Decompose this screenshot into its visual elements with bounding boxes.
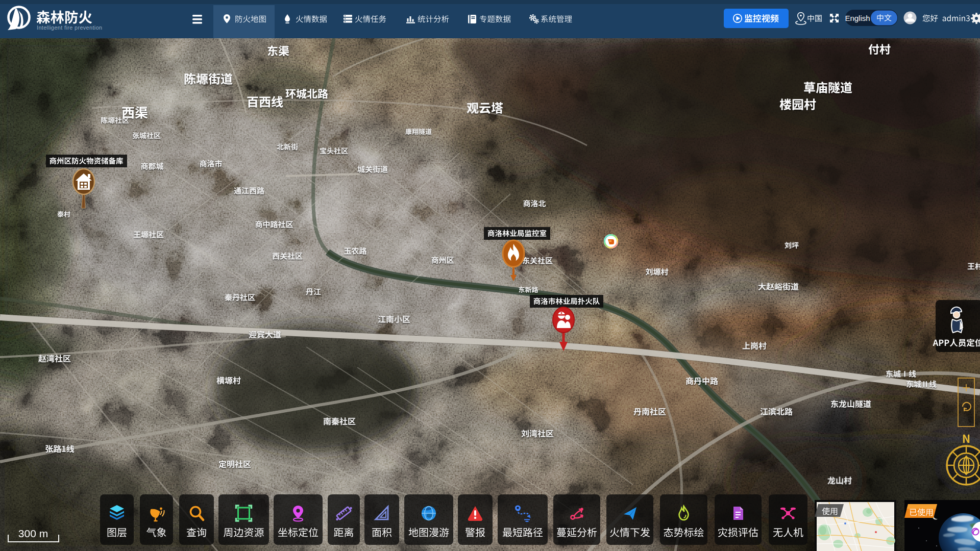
svg-text:English: English [845,14,870,22]
svg-text:300 m: 300 m [18,528,48,539]
svg-text:Intelligent fire prevention: Intelligent fire prevention [37,24,102,31]
